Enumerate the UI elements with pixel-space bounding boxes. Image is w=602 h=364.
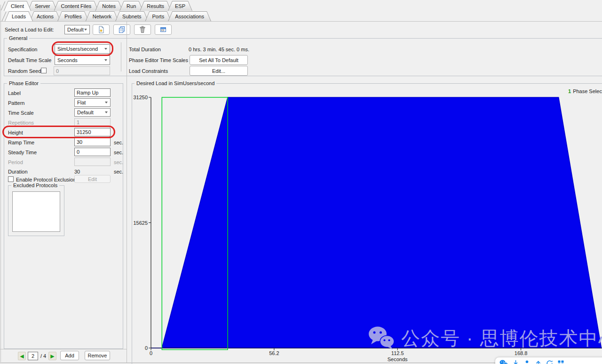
apps-grid-icon[interactable] xyxy=(557,360,564,364)
time-scale-label: Time Scale xyxy=(8,110,34,116)
chevron-down-icon xyxy=(105,102,108,103)
copy-load-icon xyxy=(118,26,126,33)
svg-text:0: 0 xyxy=(150,350,152,356)
new-load-button[interactable] xyxy=(93,24,110,35)
chevron-down-icon xyxy=(84,29,87,31)
period-unit: sec. xyxy=(114,159,123,165)
tab-client[interactable]: Client xyxy=(4,1,31,11)
delete-load-button[interactable] xyxy=(134,24,151,35)
duration-unit: sec. xyxy=(114,169,123,174)
ramp-time-unit: sec. xyxy=(114,140,123,145)
steady-time-label: Steady Time xyxy=(8,150,37,155)
add-phase-button[interactable]: Add xyxy=(60,351,79,360)
set-all-to-default-button[interactable]: Set All To Default xyxy=(190,55,248,65)
pattern-dropdown[interactable]: Flat xyxy=(74,98,111,107)
tab-content-files[interactable]: Content Files xyxy=(54,1,99,11)
total-duration-label: Total Duration xyxy=(129,47,161,52)
specification-label: Specification xyxy=(8,47,37,52)
tab-profiles[interactable]: Profiles xyxy=(57,11,89,21)
save-icon[interactable] xyxy=(512,360,519,364)
enable-protocol-exclusion-checkbox[interactable] xyxy=(8,176,14,182)
contact-icon[interactable] xyxy=(523,360,531,364)
tab-esp[interactable]: ESP xyxy=(168,1,192,11)
phase-editor-title: Phase Editor xyxy=(7,80,40,86)
wechat-icon[interactable] xyxy=(499,360,508,364)
svg-text:Seconds: Seconds xyxy=(388,356,408,362)
delete-load-icon xyxy=(139,26,146,33)
general-title: General xyxy=(7,35,29,41)
load-constraints-edit-button[interactable]: Edit... xyxy=(190,66,248,76)
random-seed-input xyxy=(54,66,110,75)
svg-text:31250: 31250 xyxy=(133,95,148,100)
tab-divider xyxy=(0,21,602,22)
excluded-protocols-title: Excluded Protocols xyxy=(11,182,59,188)
new-load-icon xyxy=(97,26,105,33)
tab-network[interactable]: Network xyxy=(86,11,119,21)
remove-phase-button[interactable]: Remove xyxy=(85,351,110,360)
panel-divider xyxy=(127,22,127,363)
copy-load-button[interactable] xyxy=(113,24,130,35)
load-chart[interactable]: 31250156250056.2112.5168.8Seconds xyxy=(132,79,602,364)
protocol-exclusion-edit-button: Edit xyxy=(74,175,111,183)
phase-number-input[interactable] xyxy=(28,352,38,360)
window-left-border xyxy=(0,5,1,362)
phase-selected-status: 1Phase Selected xyxy=(568,88,602,94)
phase-selected-count: 1 xyxy=(568,88,571,94)
load-select-dropdown[interactable]: Default xyxy=(64,25,90,34)
general-groupbox: General Specification SimUsers/second De… xyxy=(4,38,602,76)
total-duration-value: 0 hrs. 3 min. 45 sec. 0 ms. xyxy=(189,47,249,52)
time-scale-dropdown[interactable]: Default xyxy=(74,108,111,117)
client-sub-tab-bar: Loads Actions Profiles Network Subnets P… xyxy=(5,11,208,21)
tab-associations[interactable]: Associations xyxy=(168,11,211,21)
random-seed-checkbox[interactable] xyxy=(41,68,47,73)
specification-dropdown[interactable]: SimUsers/second xyxy=(55,44,110,54)
svg-text:56.2: 56.2 xyxy=(269,350,279,356)
svg-text:0: 0 xyxy=(145,345,148,351)
refresh-icon[interactable] xyxy=(546,360,553,364)
enable-protocol-exclusion-label: Enable Protocol Exclusion xyxy=(16,177,76,182)
excluded-protocols-list[interactable] xyxy=(12,191,60,232)
tab-results[interactable]: Results xyxy=(140,1,171,11)
duration-value: 30 xyxy=(74,169,80,174)
rename-load-button[interactable] xyxy=(155,24,172,35)
ramp-time-label: Ramp Time xyxy=(8,140,34,145)
random-seed-label: Random Seed xyxy=(8,68,41,74)
screenshot-overlay-toolbar xyxy=(495,357,602,364)
phase-label-label: Label xyxy=(8,90,21,96)
phase-editor-time-scales-label: Phase Editor Time Scales xyxy=(129,57,188,63)
tab-loads[interactable]: Loads xyxy=(5,11,33,21)
height-input[interactable] xyxy=(74,128,111,136)
tab-ports[interactable]: Ports xyxy=(145,11,171,21)
previous-phase-button[interactable]: ◀ xyxy=(18,352,26,360)
svg-text:112.5: 112.5 xyxy=(391,350,404,356)
pattern-label: Pattern xyxy=(8,100,24,106)
repetitions-label: Repetitions xyxy=(8,120,34,126)
share-up-icon[interactable] xyxy=(535,360,542,364)
tab-server[interactable]: Server xyxy=(28,1,57,11)
load-constraints-label: Load Constraints xyxy=(129,68,168,74)
arrow-left-icon: ◀ xyxy=(20,353,24,359)
chevron-down-icon xyxy=(104,48,107,50)
tab-subnets[interactable]: Subnets xyxy=(115,11,148,21)
phase-nav-divider xyxy=(0,349,127,349)
chart-title: Desired Load in SimUsers/second xyxy=(135,80,216,86)
load-area xyxy=(151,97,602,348)
default-time-scale-label: Default Time Scale xyxy=(8,57,51,63)
tab-notes[interactable]: Notes xyxy=(95,1,123,11)
svg-text:15625: 15625 xyxy=(133,220,148,226)
next-phase-button[interactable]: ▶ xyxy=(48,352,56,360)
steady-time-input[interactable] xyxy=(74,148,111,156)
repetitions-input xyxy=(74,118,111,127)
ramp-time-input[interactable] xyxy=(74,138,111,146)
general-divider xyxy=(121,42,121,71)
default-time-scale-dropdown[interactable]: Seconds xyxy=(55,55,110,65)
tab-actions[interactable]: Actions xyxy=(30,11,61,21)
duration-label: Duration xyxy=(8,169,28,174)
main-tab-bar: Client Server Content Files Notes Run Re… xyxy=(4,1,189,11)
arrow-right-icon: ▶ xyxy=(50,353,54,359)
svg-text:168.8: 168.8 xyxy=(515,350,528,356)
phase-label-input[interactable] xyxy=(74,88,111,97)
height-label: Height xyxy=(8,130,23,135)
chevron-down-icon xyxy=(105,111,108,113)
period-input xyxy=(74,158,111,166)
